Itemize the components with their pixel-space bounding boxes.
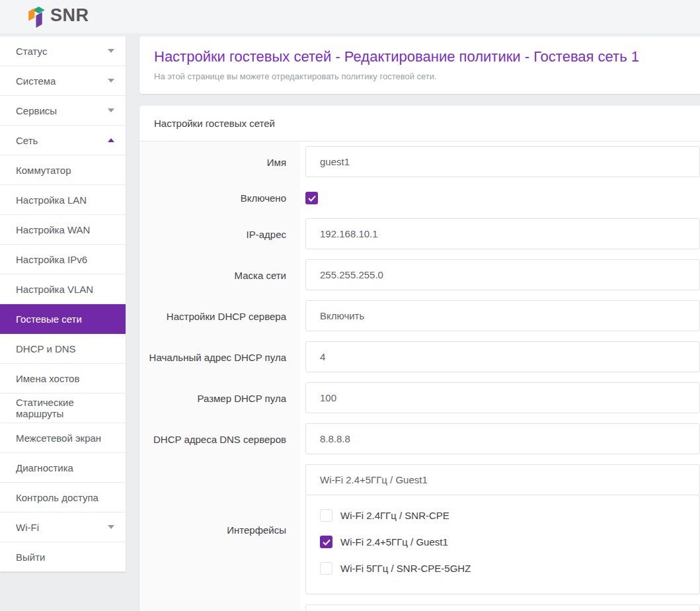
sidebar-item-label: Контроль доступа	[16, 492, 98, 503]
field-label: Имя	[139, 142, 300, 183]
sidebar-item-label: Статус	[16, 46, 47, 57]
chevron-down-icon	[108, 49, 114, 53]
field-label: Размер DHCP пула	[139, 378, 300, 419]
check-icon	[323, 539, 331, 546]
field-label: DHCP адреса DNS серверов	[139, 419, 300, 460]
dhcp-dns-input[interactable]	[305, 423, 700, 454]
sidebar-item-switch[interactable]: Коммутатор	[0, 155, 126, 185]
sidebar-item-label: Сеть	[16, 135, 38, 146]
sidebar-item-label: Коммутатор	[16, 165, 71, 176]
guest-network-form-card: Настройки гостевых сетей Имя Включено IP…	[139, 106, 700, 611]
sidebar-item-label: Статические маршруты	[16, 397, 114, 419]
sidebar-item-label: Система	[16, 75, 56, 87]
field-label: Интерфейсы	[139, 460, 300, 600]
top-bar: SNR	[0, 0, 700, 33]
field-label: Включено	[139, 183, 300, 214]
chevron-up-icon	[108, 138, 114, 142]
form-row-dhcp-pool-start: Начальный адрес DHCP пула	[139, 337, 700, 378]
field-label: Маска сети	[139, 255, 300, 296]
form-row-dhcp-dns: DHCP адреса DNS серверов	[139, 419, 700, 460]
sidebar-item-label: Сервисы	[16, 105, 57, 116]
sidebar-item-status[interactable]: Статус	[0, 36, 126, 66]
interface-option[interactable]: Wi-Fi 2.4ГГц / SNR-CPE	[320, 509, 699, 522]
sidebar-item-label: Гостевые сети	[16, 313, 82, 325]
form-row-dhcp-pool-size: Размер DHCP пула	[139, 378, 700, 419]
sidebar-item-label: Диагностика	[16, 462, 73, 473]
main-content: Настройки гостевых сетей - Редактировани…	[139, 36, 700, 611]
sidebar-item-label: Имена хостов	[16, 373, 79, 384]
sidebar-item-label: Настройка IPv6	[16, 254, 87, 265]
sidebar-item-wifi[interactable]: Wi-Fi	[0, 512, 126, 542]
sidebar-item-wan-settings[interactable]: Настройка WAN	[0, 215, 126, 245]
sidebar-item-static-routes[interactable]: Статические маршруты	[0, 393, 126, 423]
page-header-card: Настройки гостевых сетей - Редактировани…	[139, 36, 700, 94]
form-row-enabled: Включено	[139, 183, 700, 214]
ip-address-input[interactable]	[305, 218, 700, 249]
dhcp-pool-size-input[interactable]	[305, 382, 700, 413]
chevron-down-icon	[108, 525, 114, 529]
sidebar-item-label: DHCP и DNS	[16, 343, 76, 354]
sidebar-item-services[interactable]: Сервисы	[0, 96, 126, 126]
sidebar-item-diagnostics[interactable]: Диагностика	[0, 453, 126, 483]
form-row-partial	[139, 600, 700, 611]
brand-name: SNR	[50, 5, 89, 26]
sidebar-item-label: Настройка WAN	[16, 224, 90, 235]
field-label: Настройки DHCP сервера	[139, 296, 300, 337]
interface-option[interactable]: Wi-Fi 5ГГц / SNR-CPE-5GHZ	[320, 562, 699, 575]
sidebar: Статус Система Сервисы Сеть Коммутатор Н…	[0, 36, 126, 572]
field-label: IP-адрес	[139, 214, 300, 255]
snr-logo-icon	[28, 5, 46, 29]
enabled-checkbox[interactable]	[305, 192, 318, 204]
sidebar-item-lan-settings[interactable]: Настройка LAN	[0, 185, 126, 215]
sidebar-item-logout[interactable]: Выйти	[0, 542, 126, 572]
sidebar-item-dhcp-dns[interactable]: DHCP и DNS	[0, 334, 126, 364]
interfaces-selected-value: Wi-Fi 2.4+5ГГц / Guest1	[320, 474, 428, 485]
text-input[interactable]	[305, 604, 700, 611]
interface-option-label: Wi-Fi 2.4ГГц / SNR-CPE	[340, 510, 449, 521]
form-row-netmask: Маска сети	[139, 255, 700, 296]
sidebar-item-access-control[interactable]: Контроль доступа	[0, 483, 126, 512]
section-title: Настройки гостевых сетей	[139, 106, 700, 142]
form-row-interfaces: Интерфейсы Wi-Fi 2.4+5ГГц / Guest1 Wi-Fi…	[139, 460, 700, 600]
sidebar-item-network[interactable]: Сеть	[0, 126, 126, 155]
sidebar-item-firewall[interactable]: Межсетевой экран	[0, 423, 126, 453]
dhcp-server-select[interactable]: Включить	[305, 300, 700, 331]
sidebar-item-label: Wi-Fi	[16, 522, 39, 533]
snr-logo: SNR	[28, 5, 89, 29]
sidebar-item-label: Межсетевой экран	[16, 432, 101, 444]
page-subtitle: На этой странице вы можете отредактирова…	[154, 71, 684, 81]
interface-checkbox[interactable]	[320, 509, 332, 522]
sidebar-item-vlan-settings[interactable]: Настройка VLAN	[0, 274, 126, 304]
check-icon	[308, 195, 316, 202]
sidebar-item-label: Настройка VLAN	[16, 284, 93, 295]
sidebar-item-system[interactable]: Система	[0, 66, 126, 96]
dhcp-server-selected-value: Включить	[320, 310, 364, 321]
sidebar-item-label: Настройка LAN	[16, 194, 87, 206]
form-row-ip-address: IP-адрес	[139, 214, 700, 255]
chevron-down-icon	[108, 79, 114, 83]
interface-option[interactable]: Wi-Fi 2.4+5ГГц / Guest1	[320, 536, 699, 548]
interface-checkbox[interactable]	[320, 562, 332, 575]
interface-option-label: Wi-Fi 5ГГц / SNR-CPE-5GHZ	[340, 563, 471, 574]
interface-option-label: Wi-Fi 2.4+5ГГц / Guest1	[340, 536, 448, 548]
dhcp-pool-start-input[interactable]	[305, 341, 700, 372]
sidebar-item-ipv6-settings[interactable]: Настройка IPv6	[0, 245, 126, 274]
interface-checkbox[interactable]	[320, 536, 332, 548]
name-input[interactable]	[305, 146, 700, 177]
sidebar-item-label: Выйти	[16, 551, 45, 563]
field-label: Начальный адрес DHCP пула	[139, 337, 300, 378]
page-title: Настройки гостевых сетей - Редактировани…	[154, 47, 684, 66]
form-row-name: Имя	[139, 142, 700, 183]
chevron-down-icon	[108, 108, 114, 112]
interfaces-options-panel: Wi-Fi 2.4ГГц / SNR-CPE Wi-Fi 2.4+5ГГц / …	[305, 495, 700, 594]
netmask-input[interactable]	[305, 259, 700, 290]
sidebar-item-hostnames[interactable]: Имена хостов	[0, 364, 126, 393]
form-row-dhcp-server: Настройки DHCP сервера Включить	[139, 296, 700, 337]
interfaces-multiselect[interactable]: Wi-Fi 2.4+5ГГц / Guest1	[305, 464, 700, 495]
sidebar-item-guest-networks[interactable]: Гостевые сети	[0, 304, 126, 334]
